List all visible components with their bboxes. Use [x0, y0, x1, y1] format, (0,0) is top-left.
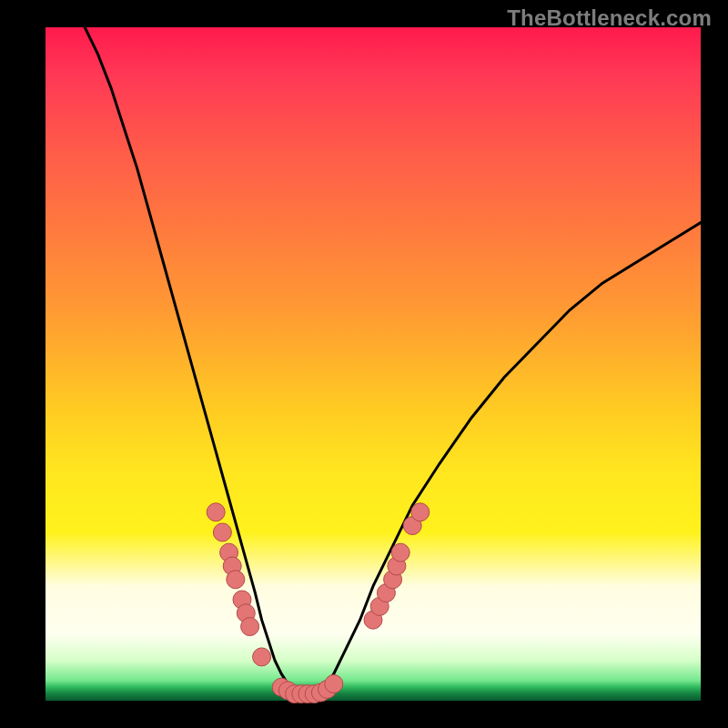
- data-marker: [227, 571, 245, 589]
- marker-layer: [207, 503, 430, 703]
- data-marker: [213, 523, 231, 541]
- data-marker: [391, 543, 410, 561]
- data-marker: [241, 618, 259, 636]
- data-marker: [411, 503, 430, 521]
- chart-frame: TheBottleneck.com: [0, 0, 728, 728]
- chart-svg: [46, 27, 701, 701]
- data-marker: [207, 503, 225, 521]
- data-marker: [253, 648, 271, 666]
- watermark-text: TheBottleneck.com: [507, 5, 712, 31]
- data-marker: [325, 675, 343, 693]
